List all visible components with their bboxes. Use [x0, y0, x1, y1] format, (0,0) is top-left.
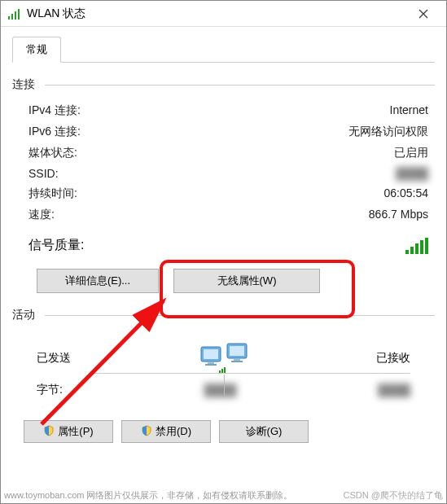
section-activity-header: 活动 [12, 308, 435, 322]
row-signal: 信号质量: [12, 234, 435, 257]
bytes-received-value: ████ [378, 383, 410, 397]
wireless-properties-button[interactable]: 无线属性(W) [173, 269, 320, 293]
svg-rect-14 [224, 367, 226, 373]
ipv6-label: IPv6 连接: [28, 125, 81, 139]
properties-button[interactable]: 属性(P) [24, 420, 113, 443]
svg-rect-1 [11, 14, 13, 20]
window-title: WLAN 状态 [27, 7, 407, 21]
divider [224, 375, 225, 397]
divider [94, 373, 410, 374]
duration-label: 持续时间: [28, 186, 77, 201]
media-label: 媒体状态: [28, 146, 77, 160]
svg-rect-3 [18, 9, 20, 20]
row-duration: 持续时间: 06:05:54 [12, 183, 435, 204]
close-button[interactable] [407, 2, 440, 25]
svg-rect-7 [205, 364, 217, 366]
disable-label: 禁用(D) [156, 424, 191, 439]
wifi-icon [7, 7, 22, 20]
wlan-status-window: WLAN 状态 常规 连接 IPv4 连接: Internet IPv6 连接:… [0, 0, 447, 504]
ipv4-value: Internet [390, 103, 428, 118]
section-connection-header: 连接 [12, 77, 435, 92]
speed-label: 速度: [28, 208, 55, 222]
speed-value: 866.7 Mbps [369, 208, 428, 222]
row-ipv4: IPv4 连接: Internet [12, 100, 435, 121]
ipv6-value: 无网络访问权限 [348, 125, 428, 139]
activity-body: 已发送 [12, 331, 435, 410]
ssid-label: SSID: [28, 167, 59, 180]
divider [45, 315, 435, 316]
svg-rect-2 [15, 11, 16, 20]
titlebar: WLAN 状态 [1, 1, 446, 27]
svg-rect-5 [204, 349, 218, 359]
connection-buttons: 详细信息(E)... 无线属性(W) [12, 257, 435, 305]
ssid-value: ████ [396, 167, 428, 180]
svg-rect-0 [8, 16, 10, 20]
diagnose-label: 诊断(G) [246, 424, 283, 439]
bytes-label: 字节: [37, 383, 63, 397]
row-ssid: SSID: ████ [12, 164, 435, 183]
duration-value: 06:05:54 [384, 186, 429, 201]
bytes-sent-value: ████ [204, 383, 237, 397]
footer-right: CSDN @爬不快的结了龟 [344, 489, 443, 502]
row-speed: 速度: 866.7 Mbps [12, 204, 435, 226]
received-label: 已接收 [376, 351, 410, 366]
tab-general[interactable]: 常规 [12, 37, 61, 63]
tab-strip: 常规 [12, 37, 435, 63]
svg-rect-9 [230, 346, 244, 356]
ipv4-label: IPv4 连接: [28, 103, 81, 118]
svg-rect-6 [208, 362, 214, 364]
properties-label: 属性(P) [58, 424, 93, 439]
footer-watermark: www.toymoban.com 网络图片仅供展示，非存储，如有侵权请联系删除。… [4, 489, 443, 502]
shield-icon [141, 425, 152, 439]
diagnose-button[interactable]: 诊断(G) [219, 420, 309, 443]
footer-left: www.toymoban.com 网络图片仅供展示，非存储，如有侵权请联系删除。 [4, 489, 292, 502]
divider [45, 85, 435, 85]
media-value: 已启用 [394, 146, 428, 160]
shield-icon [43, 425, 55, 439]
sent-label: 已发送 [37, 351, 71, 366]
disable-button[interactable]: 禁用(D) [121, 420, 211, 443]
row-media: 媒体状态: 已启用 [12, 142, 435, 164]
signal-bars-icon [405, 238, 428, 254]
signal-label: 信号质量: [28, 237, 84, 254]
section-connection-label: 连接 [12, 77, 35, 92]
bytes-row: 字节: ████ ████ [12, 378, 435, 402]
section-activity-label: 活动 [12, 308, 35, 322]
details-button[interactable]: 详细信息(E)... [37, 269, 159, 293]
activity-labels-row: 已发送 [12, 339, 435, 378]
svg-rect-11 [231, 361, 243, 362]
content-area: 常规 连接 IPv4 连接: Internet IPv6 连接: 无网络访问权限… [1, 27, 446, 456]
svg-rect-10 [234, 358, 240, 361]
row-ipv6: IPv6 连接: 无网络访问权限 [12, 121, 435, 142]
bottom-buttons: 属性(P) 禁用(D) 诊断(G) [12, 410, 435, 449]
network-computers-icon [191, 342, 256, 375]
